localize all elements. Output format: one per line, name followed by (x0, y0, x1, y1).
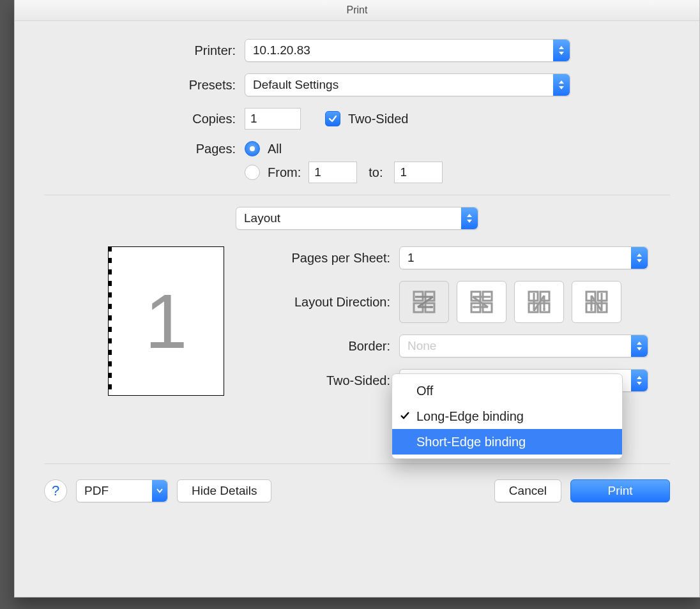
layout-direction-label: Layout Direction: (257, 295, 399, 310)
stepper-icon (553, 40, 570, 61)
two-sided-select-label: Two-Sided: (257, 373, 399, 388)
two-sided-menu: Off Long-Edge binding Short-Edge binding (392, 373, 623, 459)
page-preview: 1 (108, 246, 224, 396)
two-sided-label: Two-Sided (348, 112, 409, 126)
chevron-down-icon (152, 480, 167, 502)
menu-item-off[interactable]: Off (392, 378, 622, 403)
pdf-label: PDF (84, 484, 109, 498)
pages-per-sheet-popup[interactable]: 1 (399, 246, 648, 269)
printer-value: 10.1.20.83 (253, 43, 310, 57)
border-value: None (407, 339, 436, 353)
menu-item-long-edge[interactable]: Long-Edge binding (392, 403, 622, 429)
print-button[interactable]: Print (570, 479, 670, 502)
separator (44, 195, 670, 195)
border-label: Border: (257, 339, 399, 354)
pages-label: Pages: (44, 142, 245, 156)
pages-per-sheet-label: Pages per Sheet: (257, 251, 399, 266)
section-value: Layout (244, 211, 280, 225)
pages-from-label: From: (268, 165, 301, 180)
pages-from-input[interactable]: 1 (308, 162, 357, 183)
checkmark-icon (400, 409, 410, 424)
presets-label: Presets: (44, 78, 245, 93)
preview-page-number: 1 (145, 277, 188, 365)
section-popup[interactable]: Layout (236, 207, 478, 230)
layout-dir-2[interactable] (457, 281, 506, 323)
stepper-icon (631, 370, 648, 391)
dialog-title: Print (15, 0, 699, 21)
pages-all-label: All (268, 142, 282, 156)
two-sided-checkbox[interactable] (325, 111, 340, 126)
pages-to-label: to: (369, 165, 383, 180)
stepper-icon (631, 335, 648, 357)
printer-label: Printer: (44, 43, 245, 58)
stepper-icon (631, 247, 648, 269)
menu-item-label: Short-Edge binding (416, 435, 526, 449)
hide-details-button[interactable]: Hide Details (177, 479, 271, 502)
pages-range-radio[interactable] (245, 165, 260, 180)
menu-item-label: Long-Edge binding (416, 409, 524, 424)
separator (44, 463, 670, 464)
presets-value: Default Settings (253, 78, 339, 92)
menu-item-short-edge[interactable]: Short-Edge binding (392, 429, 622, 455)
copies-label: Copies: (44, 112, 245, 126)
binding-edge-icon (108, 246, 112, 396)
layout-dir-4[interactable] (572, 281, 621, 323)
pages-to-input[interactable]: 1 (394, 162, 443, 183)
layout-dir-1[interactable] (399, 281, 449, 323)
pdf-menu-button[interactable]: PDF (76, 479, 168, 502)
stepper-icon (553, 74, 570, 96)
print-dialog: Print Printer: 10.1.20.83 Presets: Defau… (14, 0, 700, 598)
stepper-icon (461, 207, 478, 229)
layout-dir-3[interactable] (514, 281, 564, 323)
border-popup[interactable]: None (399, 335, 648, 357)
cancel-button[interactable]: Cancel (494, 479, 561, 502)
help-button[interactable]: ? (44, 479, 67, 502)
pages-all-radio[interactable] (245, 141, 260, 156)
menu-item-label: Off (416, 384, 433, 398)
pages-per-sheet-value: 1 (407, 251, 415, 265)
presets-popup[interactable]: Default Settings (245, 73, 570, 96)
copies-input[interactable]: 1 (245, 108, 301, 130)
printer-popup[interactable]: 10.1.20.83 (245, 39, 570, 62)
